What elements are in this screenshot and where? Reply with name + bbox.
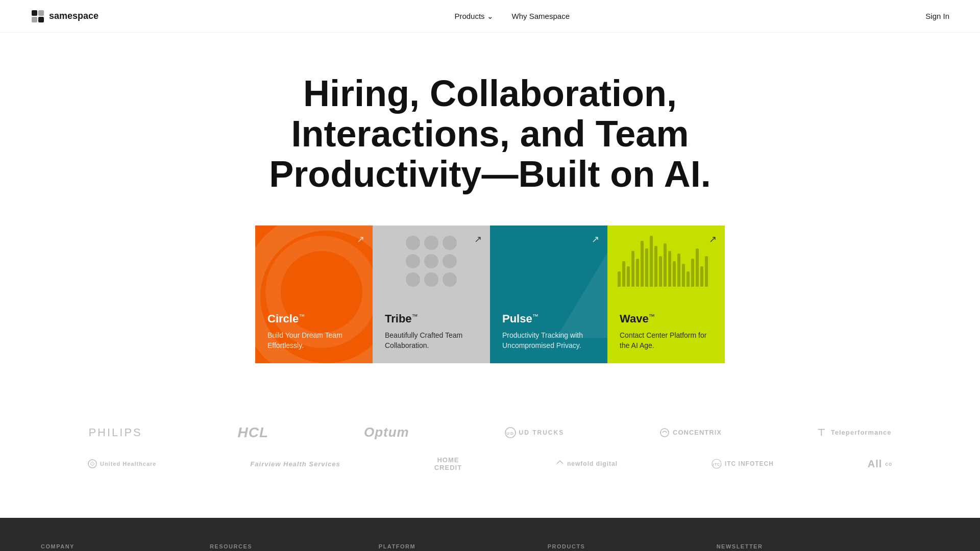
- nav-links: Products ⌄ Why Samespace: [454, 12, 570, 21]
- circle-card-name: Circle™: [267, 312, 360, 325]
- chevron-down-icon: ⌄: [487, 12, 494, 21]
- logo-link[interactable]: samespace: [31, 9, 99, 23]
- svg-rect-0: [32, 10, 37, 16]
- wave-card-desc: Contact Center Platform for the AI Age.: [620, 331, 713, 350]
- why-label: Why Samespace: [512, 12, 570, 20]
- wave-card-name: Wave™: [620, 312, 713, 325]
- product-cards-section: ↗ Circle™ Build Your Dream Team Effortle…: [0, 226, 980, 363]
- logos-row-1: PHILIPS HCL Optum UD UD TRUCKS CONCENTRI…: [41, 424, 939, 441]
- hero-section: Hiring, Collaboration, Interactions, and…: [0, 33, 980, 226]
- tribe-card-desc: Beautifully Crafted Team Collaboration.: [385, 331, 478, 350]
- sign-in-nav-link[interactable]: Sign In: [925, 12, 949, 20]
- wave-bars: [618, 236, 715, 287]
- svg-rect-2: [32, 17, 37, 22]
- svg-rect-3: [38, 17, 44, 22]
- tribe-pattern: [406, 236, 457, 287]
- philips-logo: PHILIPS: [88, 426, 142, 439]
- circle-card-desc: Build Your Dream Team Effortlessly.: [267, 331, 360, 350]
- logo-text: samespace: [49, 11, 99, 21]
- pulse-card-desc: Productivity Tracking with Uncompromised…: [502, 331, 595, 350]
- concentrix-logo: CONCENTRIX: [659, 428, 722, 438]
- footer-resources-heading: RESOURCES: [210, 543, 358, 549]
- home-credit-logo: HOMECREDIT: [434, 456, 462, 472]
- svg-point-6: [660, 429, 669, 437]
- svg-text:ITC: ITC: [713, 463, 720, 466]
- footer-newsletter-heading: NEWSLETTER: [717, 543, 939, 549]
- tribe-card-name: Tribe™: [385, 312, 478, 325]
- footer-newsletter: NEWSLETTER →: [717, 543, 939, 551]
- footer-company: COMPANY Why Samespace Careers JOIN US: [41, 543, 189, 551]
- hcl-logo: HCL: [238, 424, 269, 441]
- cards-grid: ↗ Circle™ Build Your Dream Team Effortle…: [245, 226, 735, 363]
- newfold-logo: newfold digital: [556, 460, 618, 468]
- united-healthcare-logo: United Healthcare: [88, 459, 157, 468]
- card-arrow-icon: ↗: [357, 234, 364, 245]
- logos-row-2: United Healthcare Fairview Health Servic…: [41, 456, 939, 472]
- footer-resources: RESOURCES Partners Blogs: [210, 543, 358, 551]
- footer-products-heading: PRODUCTS: [548, 543, 696, 549]
- svg-rect-1: [38, 10, 44, 16]
- hero-heading: Hiring, Collaboration, Interactions, and…: [260, 73, 720, 195]
- all-logo: Allco: [868, 458, 892, 470]
- itc-infotech-logo: ITC ITC INFOTECH: [712, 459, 774, 469]
- wave-card[interactable]: ↗: [607, 226, 725, 363]
- why-samespace-nav-link[interactable]: Why Samespace: [512, 12, 570, 20]
- pulse-card-name: Pulse™: [502, 312, 595, 325]
- footer-company-heading: COMPANY: [41, 543, 189, 549]
- ud-trucks-logo: UD UD TRUCKS: [505, 427, 565, 438]
- footer: COMPANY Why Samespace Careers JOIN US RE…: [0, 518, 980, 551]
- products-nav-link[interactable]: Products ⌄: [454, 12, 493, 21]
- pulse-card[interactable]: ↗ Pulse™ Productivity Tracking with Unco…: [490, 226, 607, 363]
- optum-logo: Optum: [364, 424, 409, 440]
- svg-text:UD: UD: [506, 431, 514, 436]
- footer-platform: PLATFORM Sign In › Origon AI ›: [379, 543, 527, 551]
- footer-products: PRODUCTS Circle Tribe: [548, 543, 696, 551]
- circle-card[interactable]: ↗ Circle™ Build Your Dream Team Effortle…: [255, 226, 373, 363]
- card-arrow-icon: ↗: [474, 234, 482, 245]
- logos-section: PHILIPS HCL Optum UD UD TRUCKS CONCENTRI…: [0, 404, 980, 518]
- svg-point-7: [88, 460, 96, 468]
- navigation: samespace Products ⌄ Why Samespace Sign …: [0, 0, 980, 33]
- footer-platform-heading: PLATFORM: [379, 543, 527, 549]
- fairview-logo: Fairview Health Services: [250, 460, 340, 468]
- products-label: Products: [454, 12, 484, 20]
- tribe-card[interactable]: ↗ Tribe™ Beautifully Crafted Team Collab…: [373, 226, 490, 363]
- card-arrow-icon: ↗: [592, 234, 599, 245]
- teleperformance-logo: ⊤ Teleperformance: [817, 427, 892, 438]
